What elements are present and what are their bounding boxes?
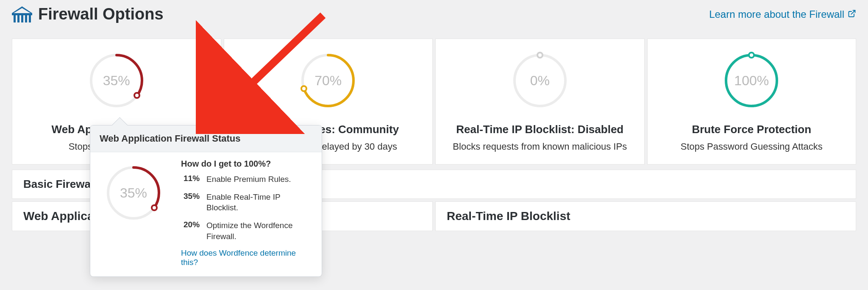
ring-ipbl: 0%	[506, 47, 574, 114]
svg-rect-0	[12, 13, 32, 15]
svg-rect-4	[21, 15, 23, 22]
ring-popover: 35%	[100, 159, 167, 227]
card-bf[interactable]: 100% Brute Force Protection Stops Passwo…	[647, 39, 857, 165]
popover-item-0-text: Enable Premium Rules.	[206, 174, 312, 189]
firewall-logo-icon	[12, 6, 32, 22]
svg-rect-3	[17, 15, 19, 22]
ring-bf: 100%	[718, 47, 785, 114]
card-ipbl[interactable]: 0% Real-Time IP Blocklist: Disabled Bloc…	[435, 39, 645, 165]
ring-waf: 35%	[83, 47, 150, 114]
card-bf-title: Brute Force Protection	[656, 123, 848, 136]
page-title: Firewall Options	[38, 5, 164, 23]
popover-item-1-text: Enable Real-Time IP Blocklist.	[206, 192, 312, 218]
popover-title: Web Application Firewall Status	[90, 125, 322, 152]
popover-item-2-text: Optimize the Wordfence Firewall.	[206, 220, 312, 246]
learn-more-text: Learn more about the Firewall	[709, 8, 844, 20]
popover-item-1-pct: 35%	[181, 192, 206, 218]
popover-question: How do I get to 100%?	[181, 159, 312, 169]
external-link-icon	[848, 8, 856, 20]
page-header: Firewall Options Learn more about the Fi…	[12, 0, 856, 23]
popover-help-link[interactable]: How does Wordfence determine this?	[181, 248, 312, 267]
svg-rect-5	[25, 15, 27, 22]
card-ipbl-sub: Blocks requests from known malicious IPs	[444, 140, 636, 153]
card-ipbl-title: Real-Time IP Blocklist: Disabled	[444, 123, 636, 136]
learn-more-link[interactable]: Learn more about the Firewall	[709, 8, 856, 20]
card-bf-sub: Stops Password Guessing Attacks	[656, 140, 848, 153]
svg-line-7	[851, 10, 855, 14]
ring-rules: 70%	[294, 47, 362, 114]
svg-rect-2	[14, 15, 16, 22]
svg-marker-1	[12, 6, 32, 13]
svg-rect-6	[29, 15, 31, 22]
section-rt-ipbl[interactable]: Real-Time IP Blocklist	[435, 201, 856, 231]
popover-item-2-pct: 20%	[181, 220, 206, 246]
popover-item-0-pct: 11%	[181, 174, 206, 189]
waf-status-popover: Web Application Firewall Status 35% How …	[90, 125, 322, 277]
